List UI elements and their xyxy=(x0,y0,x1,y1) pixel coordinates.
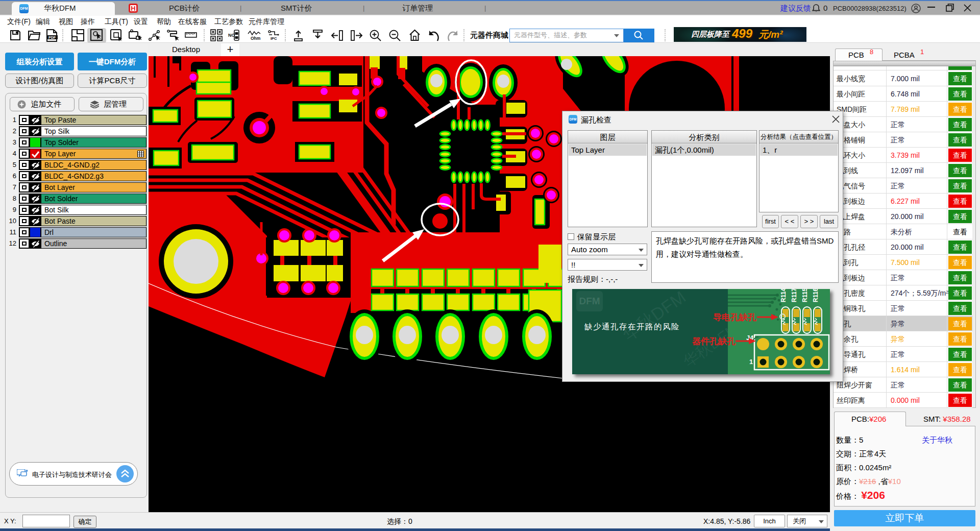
svg-text:Ohm: Ohm xyxy=(251,36,261,41)
svg-text:导电孔缺孔: 导电孔缺孔 xyxy=(713,312,757,322)
svg-text:PDF: PDF xyxy=(48,36,56,39)
svg-text:IPC: IPC xyxy=(271,36,277,41)
svg-text:器件孔缺孔: 器件孔缺孔 xyxy=(692,336,736,346)
